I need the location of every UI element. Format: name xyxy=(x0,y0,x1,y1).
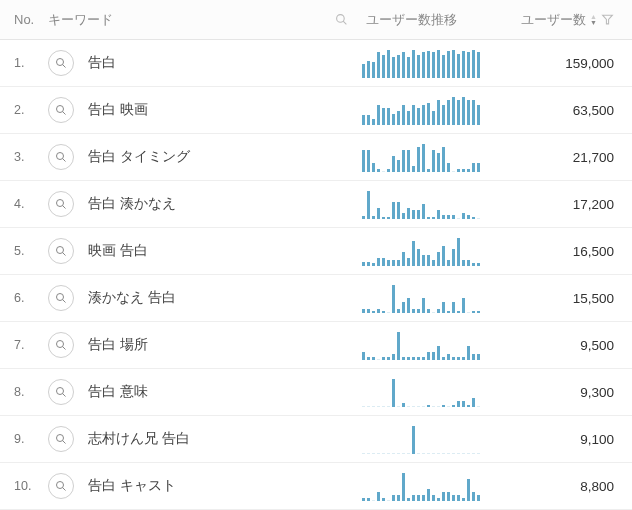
keyword-cell: 映画 告白 xyxy=(48,238,362,264)
search-icon[interactable] xyxy=(48,50,74,76)
svg-point-7 xyxy=(57,153,64,160)
keyword-text: 湊かなえ 告白 xyxy=(88,289,176,307)
row-no: 9. xyxy=(0,432,48,446)
svg-point-3 xyxy=(57,59,64,66)
users-cell: 63,500 xyxy=(512,103,632,118)
header-keyword-label: キーワード xyxy=(48,11,335,29)
table-row: 4.告白 湊かなえ17,200 xyxy=(0,181,632,228)
search-icon[interactable] xyxy=(48,97,74,123)
svg-line-22 xyxy=(63,488,66,491)
sparkline xyxy=(362,95,502,125)
svg-line-6 xyxy=(63,112,66,115)
header-trend[interactable]: ユーザー数推移 xyxy=(362,11,512,29)
row-no: 5. xyxy=(0,244,48,258)
keyword-text: 告白 xyxy=(88,54,116,72)
keyword-text: 志村けん兄 告白 xyxy=(88,430,190,448)
search-icon[interactable] xyxy=(48,238,74,264)
table-row: 1.告白159,000 xyxy=(0,40,632,87)
keyword-cell: 告白 場所 xyxy=(48,332,362,358)
sparkline xyxy=(362,377,502,407)
row-no: 2. xyxy=(0,103,48,117)
row-no: 3. xyxy=(0,150,48,164)
search-icon[interactable] xyxy=(48,332,74,358)
sparkline xyxy=(362,189,502,219)
keyword-cell: 志村けん兄 告白 xyxy=(48,426,362,452)
sparkline xyxy=(362,471,502,501)
svg-point-17 xyxy=(57,388,64,395)
sparkline xyxy=(362,283,502,313)
header-users[interactable]: ユーザー数 ▲▼ xyxy=(512,11,632,29)
users-cell: 9,300 xyxy=(512,385,632,400)
svg-point-13 xyxy=(57,294,64,301)
svg-line-16 xyxy=(63,347,66,350)
svg-point-11 xyxy=(57,247,64,254)
row-no: 6. xyxy=(0,291,48,305)
users-value: 15,500 xyxy=(573,291,614,306)
svg-point-0 xyxy=(337,15,345,23)
sparkline xyxy=(362,236,502,266)
sparkline xyxy=(362,330,502,360)
users-cell: 16,500 xyxy=(512,244,632,259)
table-row: 6.湊かなえ 告白15,500 xyxy=(0,275,632,322)
keyword-text: 映画 告白 xyxy=(88,242,148,260)
header-no[interactable]: No. xyxy=(0,12,48,27)
sparkline xyxy=(362,142,502,172)
svg-point-9 xyxy=(57,200,64,207)
table-row: 7.告白 場所9,500 xyxy=(0,322,632,369)
users-value: 9,100 xyxy=(580,432,614,447)
header-keyword[interactable]: キーワード xyxy=(48,11,362,29)
users-value: 9,300 xyxy=(580,385,614,400)
svg-line-18 xyxy=(63,394,66,397)
users-cell: 8,800 xyxy=(512,479,632,494)
keyword-text: 告白 場所 xyxy=(88,336,148,354)
svg-point-15 xyxy=(57,341,64,348)
users-cell: 9,500 xyxy=(512,338,632,353)
keyword-cell: 告白 意味 xyxy=(48,379,362,405)
users-cell: 17,200 xyxy=(512,197,632,212)
table-row: 9.志村けん兄 告白9,100 xyxy=(0,416,632,463)
search-icon[interactable] xyxy=(48,285,74,311)
row-no: 10. xyxy=(0,479,48,493)
row-no: 8. xyxy=(0,385,48,399)
svg-line-10 xyxy=(63,206,66,209)
keyword-cell: 告白 湊かなえ xyxy=(48,191,362,217)
users-value: 17,200 xyxy=(573,197,614,212)
table-row: 2.告白 映画63,500 xyxy=(0,87,632,134)
svg-line-8 xyxy=(63,159,66,162)
keyword-cell: 告白 xyxy=(48,50,362,76)
keyword-text: 告白 キャスト xyxy=(88,477,176,495)
users-value: 8,800 xyxy=(580,479,614,494)
table-row: 5.映画 告白16,500 xyxy=(0,228,632,275)
users-value: 159,000 xyxy=(565,56,614,71)
search-icon[interactable] xyxy=(48,426,74,452)
svg-point-19 xyxy=(57,435,64,442)
svg-marker-2 xyxy=(603,15,613,24)
users-value: 21,700 xyxy=(573,150,614,165)
svg-line-4 xyxy=(63,65,66,68)
table-row: 3.告白 タイミング21,700 xyxy=(0,134,632,181)
row-no: 7. xyxy=(0,338,48,352)
table-row: 8.告白 意味9,300 xyxy=(0,369,632,416)
keyword-cell: 湊かなえ 告白 xyxy=(48,285,362,311)
search-icon[interactable] xyxy=(48,191,74,217)
search-icon[interactable] xyxy=(48,379,74,405)
search-icon[interactable] xyxy=(48,473,74,499)
sort-icon[interactable]: ▲▼ xyxy=(590,14,597,26)
filter-icon[interactable] xyxy=(601,13,614,26)
keyword-text: 告白 湊かなえ xyxy=(88,195,176,213)
header-users-label: ユーザー数 xyxy=(521,11,586,29)
keyword-text: 告白 意味 xyxy=(88,383,148,401)
users-cell: 21,700 xyxy=(512,150,632,165)
keyword-cell: 告白 タイミング xyxy=(48,144,362,170)
search-icon[interactable] xyxy=(335,13,348,26)
svg-point-5 xyxy=(57,106,64,113)
svg-line-14 xyxy=(63,300,66,303)
users-value: 9,500 xyxy=(580,338,614,353)
row-no: 4. xyxy=(0,197,48,211)
users-cell: 9,100 xyxy=(512,432,632,447)
keyword-text: 告白 タイミング xyxy=(88,148,190,166)
keyword-cell: 告白 キャスト xyxy=(48,473,362,499)
users-value: 16,500 xyxy=(573,244,614,259)
table-header: No. キーワード ユーザー数推移 ユーザー数 ▲▼ xyxy=(0,0,632,40)
search-icon[interactable] xyxy=(48,144,74,170)
